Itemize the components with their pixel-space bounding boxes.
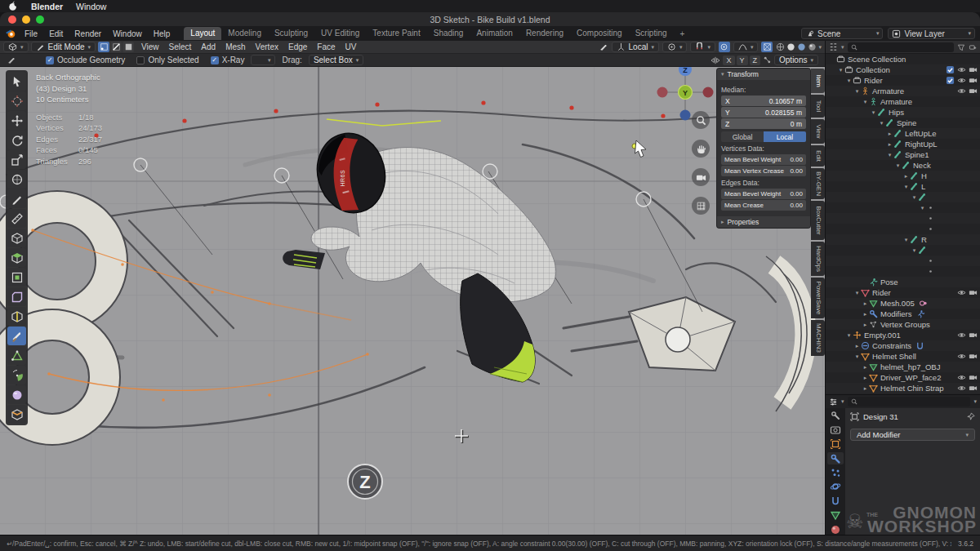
tool-smooth[interactable] (7, 385, 26, 404)
outliner-editor-icon[interactable] (829, 42, 838, 51)
collapse-arrow-icon[interactable]: ▾ (911, 194, 918, 201)
viewport-menu-edge[interactable]: Edge (283, 42, 312, 51)
sidebar-tab-machin3[interactable]: MACHIN3 (811, 320, 825, 356)
space-local-button[interactable]: Local (764, 131, 806, 142)
tool-rotate[interactable] (7, 131, 26, 149)
sidebar-tab-view[interactable]: View (811, 119, 825, 144)
pin-icon[interactable] (966, 412, 975, 421)
toggle-camera[interactable] (969, 384, 978, 393)
outliner-display-mode[interactable]: ▾ (841, 44, 844, 51)
viewport-menu-mesh[interactable]: Mesh (220, 42, 250, 51)
topbar-menu-render[interactable]: Render (69, 29, 107, 39)
toggle-eye[interactable] (957, 331, 966, 340)
outliner-row-mesh-005[interactable]: ▸ Mesh.005 (826, 298, 980, 309)
xray-toggle-button[interactable] (761, 42, 773, 52)
properties-tab-physics[interactable] (827, 481, 844, 492)
tool-scale[interactable] (7, 150, 26, 169)
expand-arrow-icon[interactable]: ▸ (853, 343, 861, 349)
add-modifier-button[interactable]: Add Modifier ▾ (850, 429, 975, 441)
topbar-menu-window[interactable]: Window (107, 29, 148, 39)
outliner-row[interactable]: ▾ (826, 202, 980, 213)
collapse-arrow-icon[interactable]: ▾ (911, 247, 918, 254)
tool-add-cube[interactable] (7, 229, 26, 247)
snap-symmetry-icon[interactable] (763, 56, 772, 64)
toggle-eye[interactable] (957, 65, 966, 74)
outliner-row[interactable]: ▾ (826, 245, 980, 256)
outliner-row[interactable]: ▾ (826, 192, 980, 202)
toggle-eye[interactable] (957, 384, 966, 393)
collapse-arrow-icon[interactable]: ▾ (853, 353, 861, 360)
tool-annotate[interactable] (7, 189, 26, 208)
tool-select-box[interactable] (7, 72, 26, 91)
blender-logo-icon[interactable] (5, 28, 17, 39)
field-mean-bevel-weight[interactable]: Mean Bevel Weight0.00 (721, 189, 806, 199)
sidebar-tab-by-gen[interactable]: BY-GEN (811, 168, 825, 199)
x-ray-checkbox-box[interactable]: ✓ (211, 56, 219, 64)
collapse-arrow-icon[interactable]: ▾ (902, 184, 910, 190)
tool-loop-cut[interactable] (7, 307, 26, 326)
properties-tab-modifiers[interactable] (827, 452, 844, 464)
workspace-tab-shading[interactable]: Shading (427, 27, 470, 40)
sidebar-tab-tool[interactable]: Tool (811, 95, 825, 118)
viewport-menu-face[interactable]: Face (312, 42, 340, 51)
view-layer-selector[interactable]: View Layer ▾ (888, 28, 975, 39)
outliner-row-collection[interactable]: ▾ Collection (826, 64, 980, 75)
workspace-tab-uv-editing[interactable]: UV Editing (314, 27, 366, 40)
viewport-canvas[interactable]: HR6S Z (0, 67, 825, 535)
tool-cursor[interactable] (7, 91, 26, 110)
viewport-menu-add[interactable]: Add (196, 42, 220, 51)
mirror-x-button[interactable]: X (723, 56, 734, 65)
tool-transform[interactable] (7, 170, 26, 189)
collapse-arrow-icon[interactable]: ▾ (837, 67, 844, 73)
median-y-field[interactable]: Y0.028155 m (721, 107, 806, 118)
face-select-button[interactable] (122, 42, 134, 52)
properties-panel-header[interactable]: ▸Properties (717, 216, 810, 228)
outliner-row-leftuple[interactable]: ▸ LeftUpLe (826, 128, 980, 139)
outliner-row[interactable] (826, 266, 980, 277)
toggle-camera[interactable] (969, 331, 978, 340)
macos-window-menu[interactable]: Window (76, 2, 106, 11)
mirror-y-button[interactable]: Y (737, 56, 748, 65)
workspace-tab-scripting[interactable]: Scripting (629, 27, 674, 40)
add-workspace-button[interactable]: + (675, 29, 690, 38)
transform-orientation-dropdown[interactable]: Local ▾ (612, 42, 659, 52)
options-dropdown[interactable]: Options▾ (774, 55, 818, 65)
collapse-arrow-icon[interactable]: ▾ (878, 120, 885, 127)
outliner-row-rider[interactable]: ▾ Rider (826, 287, 980, 298)
new-collection-icon[interactable] (969, 43, 977, 51)
viewport-menu-select[interactable]: Select (164, 42, 197, 51)
viewport-menu-vertex[interactable]: Vertex (251, 42, 283, 51)
gizmo-x-neg[interactable] (657, 87, 668, 98)
tool-knife[interactable] (7, 327, 26, 345)
outliner-row-constraints[interactable]: ▸ Constraints (826, 340, 980, 351)
collapse-arrow-icon[interactable]: ▾ (862, 99, 869, 105)
tool-poly-build[interactable] (7, 346, 26, 365)
collapse-arrow-icon[interactable]: ▾ (845, 78, 853, 84)
viewport-menu-view[interactable]: View (136, 42, 164, 51)
expand-arrow-icon[interactable]: ▸ (902, 173, 910, 180)
expand-arrow-icon[interactable]: ▸ (862, 322, 869, 328)
transform-panel-header[interactable]: ▾Transform (717, 69, 810, 80)
tool-measure[interactable] (7, 209, 26, 228)
toggle-check[interactable] (946, 76, 955, 85)
outliner-row-driver-wp-face2[interactable]: ▸ Driver_WP_face2 (826, 372, 980, 383)
tool-settings-icon[interactable] (7, 56, 16, 65)
properties-tab-object-data[interactable] (827, 509, 844, 521)
active-tool-icon[interactable] (599, 42, 608, 52)
vertex-select-button[interactable] (98, 42, 109, 52)
toggle-camera[interactable] (969, 352, 978, 361)
gizmo-x-pos[interactable] (703, 87, 714, 98)
macos-app-menu[interactable]: Blender (31, 2, 63, 11)
tool-bevel[interactable] (7, 287, 26, 306)
pan-button[interactable] (692, 140, 710, 158)
tool-inset-faces[interactable] (7, 268, 26, 287)
pivot-point-dropdown[interactable]: ▾ (662, 42, 688, 52)
tool-extrude-region[interactable] (7, 248, 26, 267)
toggle-eye[interactable] (957, 87, 966, 96)
topbar-menu-edit[interactable]: Edit (43, 29, 69, 39)
gizmo-z-neg[interactable] (680, 110, 691, 121)
outliner-row-neck[interactable]: ▾ Neck (826, 160, 980, 171)
properties-tab-object[interactable] (827, 438, 844, 450)
expand-arrow-icon[interactable]: ▸ (886, 131, 893, 137)
only-selected-checkbox-box[interactable] (136, 56, 145, 64)
